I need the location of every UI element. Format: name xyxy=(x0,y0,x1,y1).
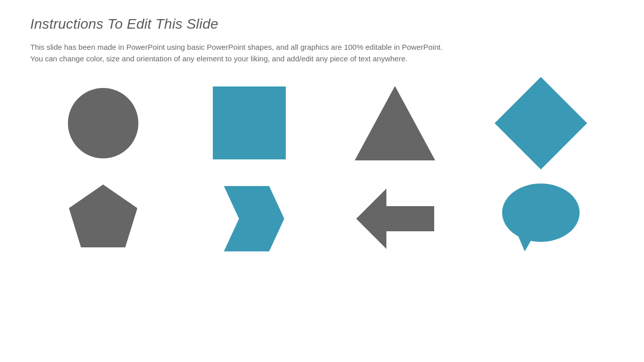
pentagon-shape xyxy=(67,182,140,255)
slide-description: This slide has been made in PowerPoint u… xyxy=(30,41,614,65)
shapes-row-1 xyxy=(30,83,614,163)
slide: Instructions To Edit This Slide This sli… xyxy=(0,0,644,362)
svg-marker-0 xyxy=(69,185,137,247)
square-shape xyxy=(213,86,286,159)
cell-circle xyxy=(33,83,174,163)
svg-marker-4 xyxy=(517,234,535,251)
diamond-shape xyxy=(495,77,587,169)
cell-diamond xyxy=(470,83,611,163)
triangle-shape xyxy=(355,86,435,160)
slide-title: Instructions To Edit This Slide xyxy=(30,16,614,32)
cell-pentagon xyxy=(33,178,174,259)
svg-point-3 xyxy=(502,184,580,242)
svg-marker-2 xyxy=(356,189,434,249)
cell-speech-bubble xyxy=(470,178,611,259)
shapes-row-2 xyxy=(30,178,614,259)
shapes-container xyxy=(30,83,614,259)
description-line2: You can change color, size and orientati… xyxy=(30,54,408,63)
cell-left-arrow xyxy=(325,178,465,259)
left-arrow-shape xyxy=(356,189,434,249)
cell-square xyxy=(179,83,319,163)
description-line1: This slide has been made in PowerPoint u… xyxy=(30,43,443,51)
cell-triangle xyxy=(325,83,465,163)
svg-marker-1 xyxy=(224,186,284,251)
chevron-shape xyxy=(214,186,284,251)
cell-chevron xyxy=(179,178,319,259)
speech-bubble-shape xyxy=(502,184,580,254)
circle-shape xyxy=(68,88,138,158)
